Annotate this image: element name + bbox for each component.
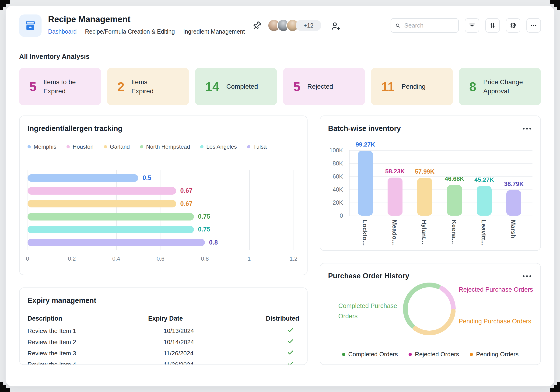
bar-garland[interactable]: [28, 200, 176, 207]
legend-item-north-hempstead[interactable]: North Hempstead: [140, 143, 190, 150]
legend-item-tulsa[interactable]: Tulsa: [247, 143, 267, 150]
column-expiry-date: Expiry Date: [148, 315, 250, 322]
stat-card-items-expired[interactable]: 2Items Expired: [107, 68, 189, 105]
pin-icon[interactable]: [252, 20, 262, 31]
tab-dashboard[interactable]: Dashboard: [48, 28, 77, 35]
bar-row: 0.5: [28, 171, 295, 184]
sort-button[interactable]: [485, 18, 500, 33]
axis-tick-label: 40K: [328, 186, 343, 193]
legend-item-rejected-orders[interactable]: Rejected Orders: [409, 351, 459, 358]
bar-hylant[interactable]: [417, 178, 432, 216]
bar-keena[interactable]: [447, 185, 462, 216]
legend-dot: [140, 145, 143, 148]
legend-item-garland[interactable]: Garland: [104, 143, 130, 150]
axis-tick-label: 0.4: [112, 255, 120, 262]
axis-category-label: Leavitt...: [480, 220, 487, 245]
stat-value: 2: [117, 80, 124, 93]
stat-card-completed[interactable]: 14Completed: [195, 68, 277, 105]
bar-value-label: 0.8: [209, 239, 218, 246]
avatar-group[interactable]: +12: [268, 19, 321, 32]
bar-value-label: 38.79K: [495, 180, 532, 188]
legend-dot: [247, 145, 250, 148]
sort-icon: [489, 22, 496, 29]
chart-legend: MemphisHoustonGarlandNorth HempsteadLos …: [28, 143, 299, 150]
tab-recipe-formula-creation-editing[interactable]: Recipe/Formula Creation & Editing: [85, 28, 175, 35]
donut-segment-completed-orders[interactable]: [405, 285, 439, 326]
table-body: Review the Item 110/13/2024Review the It…: [28, 325, 299, 365]
table-row[interactable]: Review the Item 210/14/2024: [28, 336, 299, 348]
legend-dot: [409, 353, 412, 356]
stat-card-price-change-approval[interactable]: 8Price Change Approval: [459, 68, 541, 105]
bar-houston[interactable]: [28, 187, 176, 195]
search-box[interactable]: [390, 18, 459, 33]
check-icon: [287, 349, 294, 356]
card-more-icon[interactable]: [521, 126, 532, 131]
axis-category-label: Meado...: [391, 220, 398, 245]
chart-legend: Completed OrdersRejected OrdersPending O…: [320, 351, 540, 358]
card-title: Purchase Order History: [328, 271, 409, 281]
search-input[interactable]: [404, 22, 454, 30]
legend-item-memphis[interactable]: Memphis: [28, 143, 56, 150]
axis-tick-label: 1.2: [290, 255, 297, 262]
legend-label: Pending Orders: [476, 351, 519, 358]
bar-leavitt[interactable]: [477, 186, 492, 216]
donut-segment-rejected-orders[interactable]: [442, 288, 453, 309]
bar-value-label: 0.75: [198, 226, 210, 233]
table-row[interactable]: Review the Item 110/13/2024: [28, 325, 299, 336]
bar-north-hempstead[interactable]: [28, 213, 194, 221]
card-more-icon[interactable]: [521, 274, 532, 278]
legend-dot: [200, 145, 203, 148]
table-row[interactable]: Review the Item 411/26/2024: [28, 359, 299, 365]
filter-icon: [469, 22, 476, 29]
donut-segment-pending-orders[interactable]: [415, 311, 453, 333]
legend-item-completed-orders[interactable]: Completed Orders: [342, 351, 398, 358]
stat-card-rejected[interactable]: 5Rejected: [283, 68, 365, 105]
page-title: Recipe Management: [48, 14, 245, 24]
bar-los-angeles[interactable]: [28, 226, 194, 233]
filter-button[interactable]: [465, 18, 479, 33]
bar-row: 0.75: [28, 223, 295, 236]
axis-tick-label: 20K: [328, 199, 343, 206]
column-description: Description: [28, 315, 148, 322]
cell-distributed: [250, 349, 299, 358]
legend-item-houston[interactable]: Houston: [67, 143, 93, 150]
stat-value: 11: [381, 80, 395, 93]
x-axis: 00.20.40.60.811.2: [28, 255, 295, 262]
dashboard-window: Recipe Management DashboardRecipe/Formul…: [6, 6, 554, 386]
legend-item-pending-orders[interactable]: Pending Orders: [470, 351, 519, 358]
legend-label: Memphis: [34, 143, 56, 150]
bar-value-label: 0.67: [180, 200, 193, 207]
section-title: All Inventory Analysis: [19, 53, 541, 60]
bar-memphis[interactable]: [28, 174, 138, 182]
ellipsis-icon: [530, 22, 537, 29]
legend-item-los-angeles[interactable]: Los Angeles: [200, 143, 237, 150]
settings-button[interactable]: [506, 18, 520, 33]
bar-tulsa[interactable]: [28, 239, 205, 246]
header-toolbar: [390, 18, 541, 33]
legend-label: Tulsa: [253, 143, 267, 150]
tab-ingredient-management[interactable]: Ingredient Management: [183, 28, 245, 35]
stat-label: Items to be Expired: [43, 78, 76, 96]
gridline: [349, 202, 532, 203]
axis-category-label: Lockto...: [361, 220, 369, 246]
gridline: [349, 163, 532, 164]
bar-meado[interactable]: [388, 178, 402, 216]
add-user-icon[interactable]: [330, 21, 341, 32]
legend-label: Rejected Orders: [415, 351, 459, 358]
bar-lockto[interactable]: [358, 151, 373, 216]
app-icon: [19, 14, 41, 37]
cell-distributed: [250, 327, 299, 335]
stat-card-items-to-be-expired[interactable]: 5Items to be Expired: [19, 68, 101, 105]
axis-tick-label: 80K: [328, 160, 343, 167]
table-row[interactable]: Review the Item 311/26/2024: [28, 348, 299, 359]
expiry-management-card: Expiry management Description Expiry Dat…: [19, 287, 308, 365]
avatar-overflow-badge[interactable]: +12: [296, 20, 321, 31]
title-block: Recipe Management DashboardRecipe/Formul…: [48, 14, 245, 35]
cell-description: Review the Item 2: [28, 339, 148, 346]
bar-row: 0.8: [28, 236, 295, 249]
stat-label: Completed: [226, 82, 258, 91]
more-button[interactable]: [526, 18, 541, 33]
stat-card-pending[interactable]: 11Pending: [371, 68, 453, 105]
bar-marsh[interactable]: [506, 190, 521, 216]
stat-label: Rejected: [307, 82, 333, 91]
